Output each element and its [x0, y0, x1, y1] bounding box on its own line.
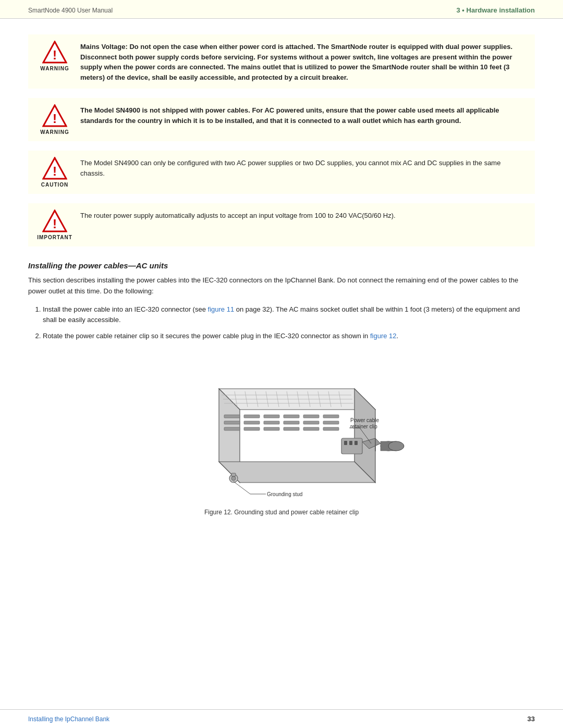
step-1: Install the power cable into an IEC-320 … [43, 304, 535, 326]
svg-rect-34 [264, 421, 279, 424]
step-1-link[interactable]: figure 11 [208, 305, 235, 313]
header-manual-title: SmartNode 4900 User Manual [28, 7, 113, 14]
svg-rect-38 [224, 427, 240, 430]
notice-text-warning2: The Model SN4900 is not shipped with pow… [80, 104, 527, 126]
notice-label-warning2: WARNING [40, 129, 69, 135]
steps-list: Install the power cable into an IEC-320 … [43, 304, 535, 342]
svg-point-51 [388, 441, 404, 451]
svg-rect-43 [323, 427, 339, 430]
notice-icon-col-warning2: ! WARNING [36, 104, 73, 135]
header-chapter-prefix: 3 • [457, 6, 467, 14]
section-title: Installing the power cables—AC units [28, 261, 535, 270]
step-2-text-before: Rotate the power cable retainer clip so … [43, 332, 370, 340]
footer-section-link[interactable]: Installing the IpChannel Bank [28, 715, 109, 723]
svg-rect-44 [341, 438, 362, 454]
figure-12-area: Power cable retainer clip Grounding stud… [28, 357, 535, 516]
notice-text-important1: The router power supply automatically ad… [80, 209, 527, 221]
notice-label-warning1: WARNING [40, 66, 69, 71]
svg-text:!: ! [53, 217, 57, 231]
svg-point-53 [231, 476, 236, 480]
footer-page-number: 33 [528, 715, 535, 723]
svg-rect-28 [264, 415, 279, 418]
svg-rect-30 [303, 415, 319, 418]
svg-rect-36 [303, 421, 319, 424]
svg-rect-32 [224, 421, 240, 424]
figure-12-caption: Figure 12. Grounding stud and power cabl… [204, 509, 359, 516]
figure-12-illustration: Power cable retainer clip Grounding stud [156, 357, 407, 503]
notice-icon-col-caution1: ! CAUTION [36, 157, 73, 188]
caution-icon-1: ! [42, 157, 67, 180]
page-footer: Installing the IpChannel Bank 33 [0, 709, 563, 728]
svg-text:!: ! [53, 112, 57, 126]
notice-icon-col-warning1: ! WARNING [36, 41, 73, 71]
svg-rect-26 [224, 415, 240, 418]
notice-label-important1: IMPORTANT [37, 235, 72, 240]
svg-rect-33 [244, 421, 260, 424]
warning-icon-1: ! [42, 41, 67, 64]
svg-line-57 [234, 482, 250, 494]
important-icon-1: ! [42, 209, 67, 232]
svg-rect-47 [354, 441, 358, 445]
svg-rect-37 [323, 421, 339, 424]
notice-icon-col-important1: ! IMPORTANT [36, 209, 73, 240]
svg-rect-27 [244, 415, 260, 418]
notice-text-caution1: The Model SN4900 can only be configured … [80, 157, 527, 178]
svg-text:!: ! [53, 164, 57, 178]
svg-rect-46 [349, 441, 352, 445]
svg-text:retainer clip: retainer clip [350, 424, 377, 429]
page-header: SmartNode 4900 User Manual 3 • Hardware … [0, 0, 563, 19]
notice-caution1: ! CAUTION The Model SN4900 can only be c… [28, 151, 535, 194]
svg-text:Power cable: Power cable [350, 417, 379, 423]
svg-text:Grounding stud: Grounding stud [267, 491, 302, 497]
svg-rect-39 [244, 427, 260, 430]
step-2: Rotate the power cable retainer clip so … [43, 331, 535, 342]
page: SmartNode 4900 User Manual 3 • Hardware … [0, 0, 563, 728]
svg-marker-11 [219, 462, 375, 483]
step-2-text-after: . [397, 332, 399, 340]
device-illustration-svg: Power cable retainer clip Grounding stud [156, 357, 407, 503]
svg-rect-42 [303, 427, 319, 430]
notice-warning1: ! WARNING Mains Voltage: Do not open the… [28, 34, 535, 89]
svg-rect-54 [231, 473, 236, 476]
step-1-text-before: Install the power cable into an IEC-320 … [43, 305, 208, 313]
main-content: ! WARNING Mains Voltage: Do not open the… [0, 19, 563, 547]
notice-important1: ! IMPORTANT The router power supply auto… [28, 203, 535, 246]
notice-warning2: ! WARNING The Model SN4900 is not shippe… [28, 98, 535, 141]
svg-rect-40 [264, 427, 279, 430]
header-chapter-label: Hardware installation [467, 6, 535, 14]
header-chapter: 3 • Hardware installation [457, 6, 535, 14]
svg-rect-41 [284, 427, 299, 430]
section-intro: This section describes installing the po… [28, 275, 535, 297]
notice-text-warning1: Mains Voltage: Do not open the case when… [80, 41, 527, 82]
svg-rect-31 [323, 415, 339, 418]
svg-rect-35 [284, 421, 299, 424]
notice-label-caution1: CAUTION [41, 182, 69, 188]
svg-rect-29 [284, 415, 299, 418]
step-2-link[interactable]: figure 12 [370, 332, 397, 340]
warning-icon-2: ! [42, 104, 67, 127]
svg-rect-45 [344, 441, 347, 445]
svg-text:!: ! [53, 48, 57, 62]
